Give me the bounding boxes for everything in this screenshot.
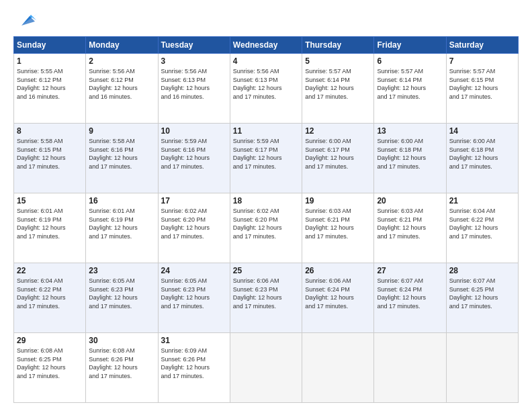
day-info: Sunrise: 5:57 AMSunset: 6:14 PMDaylight:…	[305, 67, 371, 101]
calendar-cell: 7Sunrise: 5:57 AMSunset: 6:15 PMDaylight…	[446, 54, 518, 124]
day-of-week-header: Friday	[374, 37, 446, 54]
day-number: 24	[161, 266, 227, 275]
day-info: Sunrise: 6:03 AMSunset: 6:21 PMDaylight:…	[305, 207, 371, 240]
day-info: Sunrise: 5:56 AMSunset: 6:12 PMDaylight:…	[89, 67, 154, 101]
calendar-cell: 24Sunrise: 6:05 AMSunset: 6:23 PMDayligh…	[158, 263, 230, 333]
day-info: Sunrise: 6:02 AMSunset: 6:20 PMDaylight:…	[161, 207, 227, 240]
day-info: Sunrise: 6:05 AMSunset: 6:23 PMDaylight:…	[161, 277, 227, 310]
day-info: Sunrise: 6:04 AMSunset: 6:22 PMDaylight:…	[449, 207, 515, 240]
calendar-cell: 11Sunrise: 5:59 AMSunset: 6:17 PMDayligh…	[230, 124, 302, 193]
calendar-cell: 16Sunrise: 6:01 AMSunset: 6:19 PMDayligh…	[86, 193, 158, 263]
calendar-week-row: 1Sunrise: 5:55 AMSunset: 6:12 PMDaylight…	[14, 54, 519, 124]
day-info: Sunrise: 6:00 AMSunset: 6:17 PMDaylight:…	[305, 137, 371, 171]
calendar-week-row: 29Sunrise: 6:08 AMSunset: 6:25 PMDayligh…	[14, 333, 519, 403]
calendar-week-row: 15Sunrise: 6:01 AMSunset: 6:19 PMDayligh…	[14, 193, 519, 263]
day-info: Sunrise: 6:04 AMSunset: 6:22 PMDaylight:…	[17, 277, 83, 310]
day-number: 21	[449, 196, 515, 205]
calendar-body: 1Sunrise: 5:55 AMSunset: 6:12 PMDaylight…	[14, 54, 519, 403]
day-number: 4	[233, 56, 299, 66]
day-of-week-header: Tuesday	[158, 37, 230, 54]
day-info: Sunrise: 5:58 AMSunset: 6:15 PMDaylight:…	[17, 137, 83, 171]
day-info: Sunrise: 5:58 AMSunset: 6:16 PMDaylight:…	[89, 137, 154, 171]
day-of-week-header: Thursday	[302, 37, 374, 54]
calendar-cell: 29Sunrise: 6:08 AMSunset: 6:25 PMDayligh…	[14, 333, 86, 403]
day-info: Sunrise: 6:08 AMSunset: 6:25 PMDaylight:…	[17, 347, 83, 380]
calendar-cell: 15Sunrise: 6:01 AMSunset: 6:19 PMDayligh…	[14, 193, 86, 263]
page: SundayMondayTuesdayWednesdayThursdayFrid…	[0, 0, 532, 411]
day-info: Sunrise: 6:00 AMSunset: 6:18 PMDaylight:…	[449, 137, 515, 171]
day-number: 3	[161, 56, 227, 66]
calendar-cell: 27Sunrise: 6:07 AMSunset: 6:24 PMDayligh…	[374, 263, 446, 333]
day-number: 8	[17, 126, 83, 136]
day-info: Sunrise: 5:59 AMSunset: 6:16 PMDaylight:…	[161, 137, 227, 171]
calendar-cell: 4Sunrise: 5:56 AMSunset: 6:13 PMDaylight…	[230, 54, 302, 124]
calendar-week-row: 8Sunrise: 5:58 AMSunset: 6:15 PMDaylight…	[14, 124, 519, 193]
calendar-cell: 22Sunrise: 6:04 AMSunset: 6:22 PMDayligh…	[14, 263, 86, 333]
day-number: 27	[377, 266, 443, 275]
day-number: 16	[89, 196, 154, 205]
day-number: 17	[161, 196, 227, 205]
calendar-cell: 23Sunrise: 6:05 AMSunset: 6:23 PMDayligh…	[86, 263, 158, 333]
calendar-cell: 17Sunrise: 6:02 AMSunset: 6:20 PMDayligh…	[158, 193, 230, 263]
day-number: 9	[89, 126, 154, 136]
calendar-cell: 13Sunrise: 6:00 AMSunset: 6:18 PMDayligh…	[374, 124, 446, 193]
calendar-cell: 2Sunrise: 5:56 AMSunset: 6:12 PMDaylight…	[86, 54, 158, 124]
day-info: Sunrise: 6:02 AMSunset: 6:20 PMDaylight:…	[233, 207, 299, 240]
calendar-cell	[302, 333, 374, 403]
day-info: Sunrise: 5:57 AMSunset: 6:15 PMDaylight:…	[449, 67, 515, 101]
logo-icon	[17, 12, 38, 30]
days-of-week-row: SundayMondayTuesdayWednesdayThursdayFrid…	[14, 37, 519, 54]
day-number: 7	[449, 56, 515, 66]
day-of-week-header: Saturday	[446, 37, 518, 54]
calendar-cell: 5Sunrise: 5:57 AMSunset: 6:14 PMDaylight…	[302, 54, 374, 124]
day-number: 15	[17, 196, 83, 205]
day-number: 22	[17, 266, 83, 275]
day-info: Sunrise: 6:07 AMSunset: 6:25 PMDaylight:…	[449, 277, 515, 310]
day-number: 19	[305, 196, 371, 205]
day-number: 31	[161, 336, 227, 345]
day-info: Sunrise: 6:07 AMSunset: 6:24 PMDaylight:…	[377, 277, 443, 310]
day-number: 6	[377, 56, 443, 66]
day-number: 13	[377, 126, 443, 136]
day-number: 29	[17, 336, 83, 345]
day-number: 10	[161, 126, 227, 136]
calendar-cell: 25Sunrise: 6:06 AMSunset: 6:23 PMDayligh…	[230, 263, 302, 333]
calendar-cell: 18Sunrise: 6:02 AMSunset: 6:20 PMDayligh…	[230, 193, 302, 263]
calendar-cell: 20Sunrise: 6:03 AMSunset: 6:21 PMDayligh…	[374, 193, 446, 263]
calendar-cell: 14Sunrise: 6:00 AMSunset: 6:18 PMDayligh…	[446, 124, 518, 193]
day-number: 23	[89, 266, 154, 275]
calendar-cell: 8Sunrise: 5:58 AMSunset: 6:15 PMDaylight…	[14, 124, 86, 193]
calendar-cell: 3Sunrise: 5:56 AMSunset: 6:13 PMDaylight…	[158, 54, 230, 124]
calendar-cell: 26Sunrise: 6:06 AMSunset: 6:24 PMDayligh…	[302, 263, 374, 333]
calendar-cell: 19Sunrise: 6:03 AMSunset: 6:21 PMDayligh…	[302, 193, 374, 263]
logo	[13, 12, 38, 30]
calendar-cell	[374, 333, 446, 403]
day-number: 14	[449, 126, 515, 136]
day-info: Sunrise: 6:05 AMSunset: 6:23 PMDaylight:…	[89, 277, 154, 310]
day-number: 1	[17, 56, 83, 66]
day-number: 30	[89, 336, 154, 345]
calendar-week-row: 22Sunrise: 6:04 AMSunset: 6:22 PMDayligh…	[14, 263, 519, 333]
calendar-cell: 31Sunrise: 6:09 AMSunset: 6:26 PMDayligh…	[158, 333, 230, 403]
calendar-cell: 30Sunrise: 6:08 AMSunset: 6:26 PMDayligh…	[86, 333, 158, 403]
day-info: Sunrise: 5:57 AMSunset: 6:14 PMDaylight:…	[377, 67, 443, 101]
calendar-cell: 12Sunrise: 6:00 AMSunset: 6:17 PMDayligh…	[302, 124, 374, 193]
calendar-cell: 9Sunrise: 5:58 AMSunset: 6:16 PMDaylight…	[86, 124, 158, 193]
day-info: Sunrise: 6:06 AMSunset: 6:24 PMDaylight:…	[305, 277, 371, 310]
day-info: Sunrise: 6:01 AMSunset: 6:19 PMDaylight:…	[17, 207, 83, 240]
day-info: Sunrise: 6:00 AMSunset: 6:18 PMDaylight:…	[377, 137, 443, 171]
day-number: 5	[305, 56, 371, 66]
day-number: 25	[233, 266, 299, 275]
calendar-cell: 10Sunrise: 5:59 AMSunset: 6:16 PMDayligh…	[158, 124, 230, 193]
calendar-cell: 1Sunrise: 5:55 AMSunset: 6:12 PMDaylight…	[14, 54, 86, 124]
day-number: 20	[377, 196, 443, 205]
day-info: Sunrise: 5:56 AMSunset: 6:13 PMDaylight:…	[233, 67, 299, 101]
day-number: 18	[233, 196, 299, 205]
day-info: Sunrise: 6:09 AMSunset: 6:26 PMDaylight:…	[161, 347, 227, 380]
day-info: Sunrise: 6:06 AMSunset: 6:23 PMDaylight:…	[233, 277, 299, 310]
header	[13, 12, 519, 30]
day-info: Sunrise: 6:01 AMSunset: 6:19 PMDaylight:…	[89, 207, 154, 240]
calendar-table: SundayMondayTuesdayWednesdayThursdayFrid…	[13, 36, 519, 403]
day-info: Sunrise: 6:08 AMSunset: 6:26 PMDaylight:…	[89, 347, 154, 380]
day-info: Sunrise: 5:59 AMSunset: 6:17 PMDaylight:…	[233, 137, 299, 171]
